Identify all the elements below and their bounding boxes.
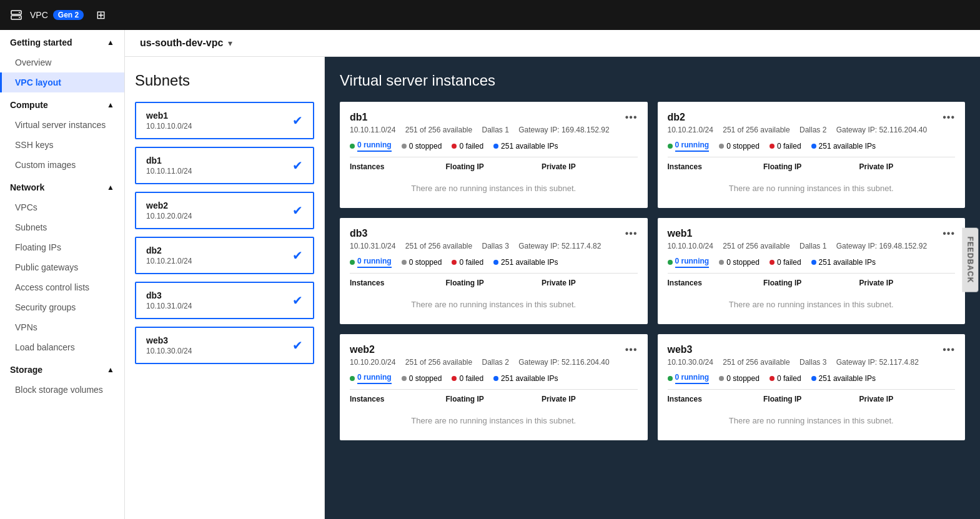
dot-failed-db1 [452, 144, 457, 149]
sidebar-item-virtual-server-instances[interactable]: Virtual server instances [0, 115, 124, 135]
content-area: us-south-dev-vpc ▾ Subnets web1 10.10.10… [125, 30, 980, 519]
vsi-table-header-web1: Instances Floating IP Private IP [668, 273, 956, 290]
dot-stopped-db2 [719, 144, 724, 149]
sidebar-item-ssh-keys[interactable]: SSH keys [0, 135, 124, 155]
col-floating-ip-db3: Floating IP [446, 279, 542, 287]
app-logo: VPC Gen 2 ⊞ [10, 8, 106, 22]
sidebar-item-block-storage-volumes[interactable]: Block storage volumes [0, 380, 124, 400]
subnet-card-web1[interactable]: web1 10.10.10.0/24 ✔ [135, 102, 314, 139]
sidebar-item-load-balancers[interactable]: Load balancers [0, 337, 124, 357]
col-floating-ip-web2: Floating IP [446, 395, 542, 403]
check-icon-db1: ✔ [292, 158, 303, 173]
dot-running-web1 [668, 260, 673, 265]
running-count-web3: 0 running [675, 373, 710, 384]
running-count-db2: 0 running [675, 141, 710, 152]
status-row-db3: 0 running 0 stopped 0 failed [350, 257, 638, 268]
vsi-card-title-web1: web1 [668, 228, 693, 239]
vsi-location-web2: Dallas 2 [482, 358, 509, 367]
col-private-ip-db3: Private IP [542, 279, 638, 287]
more-options-web3[interactable]: ••• [943, 344, 955, 355]
vsi-empty-db1: There are no running instances in this s… [350, 174, 638, 198]
vsi-location-web1: Dallas 1 [799, 242, 826, 250]
vsi-card-db3: db3 ••• 10.10.31.0/24 251 of 256 availab… [340, 218, 648, 324]
check-icon-web3: ✔ [292, 338, 303, 353]
sidebar-section-network[interactable]: Network ▲ [0, 175, 124, 197]
server-icon [10, 9, 22, 21]
sidebar-item-public-gateways[interactable]: Public gateways [0, 257, 124, 277]
sidebar-item-floating-ips[interactable]: Floating IPs [0, 237, 124, 257]
vsi-location-db2: Dallas 2 [799, 126, 826, 134]
vsi-grid: db1 ••• 10.10.11.0/24 251 of 256 availab… [340, 102, 965, 440]
subnet-card-db2[interactable]: db2 10.10.21.0/24 ✔ [135, 237, 314, 274]
vsi-card-db2: db2 ••• 10.10.21.0/24 251 of 256 availab… [658, 102, 966, 208]
failed-count-web3: 0 failed [777, 374, 801, 383]
main-layout: Getting started ▲ Overview VPC layout Co… [0, 30, 980, 519]
vsi-card-title-web2: web2 [350, 344, 375, 355]
more-options-db1[interactable]: ••• [625, 112, 638, 123]
vsi-available-web1: 251 of 256 available [723, 242, 789, 250]
sidebar-section-compute[interactable]: Compute ▲ [0, 92, 124, 115]
sidebar-item-vpc-layout[interactable]: VPC layout [0, 72, 124, 92]
dot-failed-db2 [770, 144, 775, 149]
col-private-ip-web3: Private IP [859, 395, 956, 403]
chevron-up-icon-network: ▲ [107, 183, 114, 192]
dropdown-icon[interactable]: ▾ [228, 38, 232, 48]
sidebar-item-subnets[interactable]: Subnets [0, 217, 124, 237]
subnets-panel: Subnets web1 10.10.10.0/24 ✔ db1 10.10.1… [125, 57, 325, 519]
ips-count-web3: 251 available IPs [819, 374, 876, 383]
failed-count-web2: 0 failed [459, 374, 483, 383]
col-instances-db2: Instances [668, 162, 764, 171]
vsi-empty-web1: There are no running instances in this s… [668, 290, 956, 314]
sidebar-item-overview[interactable]: Overview [0, 52, 124, 72]
subnet-card-web3[interactable]: web3 10.10.30.0/24 ✔ [135, 327, 314, 364]
vsi-card-meta-web1: 10.10.10.0/24 251 of 256 available Dalla… [668, 242, 956, 250]
subnet-cidr-web1: 10.10.10.0/24 [146, 122, 192, 131]
ips-count-db3: 251 available IPs [501, 258, 558, 267]
vsi-title: Virtual server instances [340, 72, 965, 89]
subnet-card-db1[interactable]: db1 10.10.11.0/24 ✔ [135, 147, 314, 184]
sidebar-section-network-label: Network [10, 182, 44, 192]
chevron-up-icon-compute: ▲ [107, 101, 114, 109]
sidebar-section-storage[interactable]: Storage ▲ [0, 357, 124, 380]
more-options-db2[interactable]: ••• [943, 112, 955, 123]
subnet-card-web2[interactable]: web2 10.10.20.0/24 ✔ [135, 192, 314, 229]
vsi-table-header-web3: Instances Floating IP Private IP [668, 389, 956, 406]
vsi-gateway-db3: Gateway IP: 52.117.4.82 [518, 242, 601, 250]
subnet-name-db1: db1 [146, 156, 192, 166]
feedback-tab[interactable]: FEEDBACK [963, 227, 979, 292]
failed-count-db3: 0 failed [459, 258, 483, 267]
check-icon-db3: ✔ [292, 293, 303, 308]
vsi-available-web2: 251 of 256 available [405, 358, 472, 367]
sidebar-item-access-control-lists[interactable]: Access control lists [0, 277, 124, 297]
vsi-card-title-db3: db3 [350, 228, 367, 239]
stopped-count-db2: 0 stopped [726, 142, 760, 151]
ips-count-web1: 251 available IPs [819, 258, 876, 267]
subnet-cidr-web3: 10.10.30.0/24 [146, 347, 192, 355]
sidebar-section-getting-started[interactable]: Getting started ▲ [0, 30, 124, 52]
dot-ips-web3 [811, 376, 816, 381]
col-private-ip-db1: Private IP [542, 162, 638, 171]
sidebar-item-custom-images[interactable]: Custom images [0, 155, 124, 175]
vsi-card-title-web3: web3 [668, 344, 693, 355]
dot-running-db2 [668, 144, 673, 149]
col-instances-web2: Instances [350, 395, 446, 403]
grid-icon[interactable]: ⊞ [96, 8, 106, 22]
more-options-web1[interactable]: ••• [943, 228, 955, 239]
sidebar-item-security-groups[interactable]: Security groups [0, 297, 124, 317]
sidebar-item-vpcs[interactable]: VPCs [0, 197, 124, 217]
sidebar-section-storage-label: Storage [10, 365, 42, 375]
stopped-count-db3: 0 stopped [409, 258, 442, 267]
more-options-db3[interactable]: ••• [625, 228, 638, 239]
gen-badge: Gen 2 [53, 10, 84, 20]
subnet-card-db3[interactable]: db3 10.10.31.0/24 ✔ [135, 282, 314, 319]
vsi-card-title-db1: db1 [350, 112, 367, 123]
dot-stopped-web1 [719, 260, 724, 265]
vsi-cidr-db1: 10.10.11.0/24 [350, 126, 395, 134]
subnet-cidr-db3: 10.10.31.0/24 [146, 302, 192, 310]
sidebar-item-vpns[interactable]: VPNs [0, 317, 124, 337]
dot-failed-db3 [452, 260, 457, 265]
vsi-empty-db3: There are no running instances in this s… [350, 290, 638, 314]
col-floating-ip-db1: Floating IP [446, 162, 542, 171]
more-options-web2[interactable]: ••• [625, 344, 638, 355]
running-count-db3: 0 running [357, 257, 392, 268]
